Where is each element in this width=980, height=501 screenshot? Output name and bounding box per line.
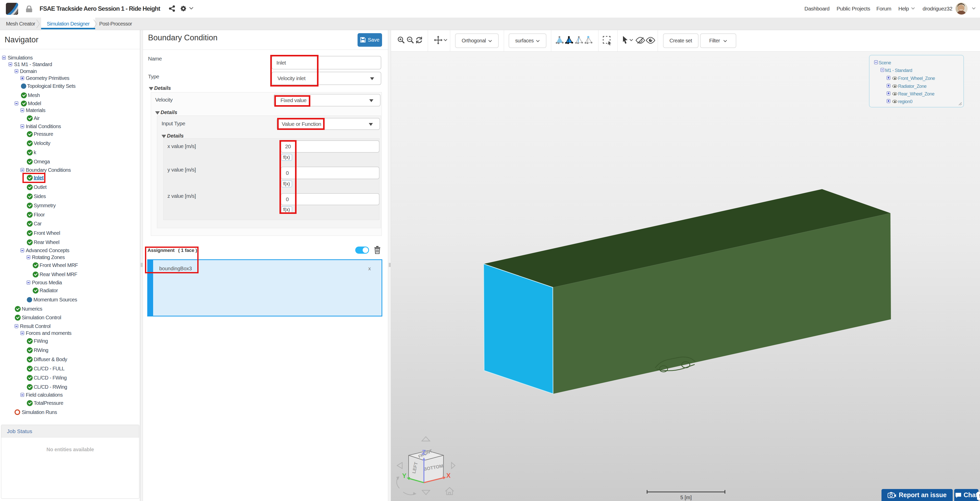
svg-text:Y: Y	[402, 472, 407, 479]
svg-text:X: X	[446, 472, 451, 479]
svg-text:Z: Z	[422, 449, 426, 456]
